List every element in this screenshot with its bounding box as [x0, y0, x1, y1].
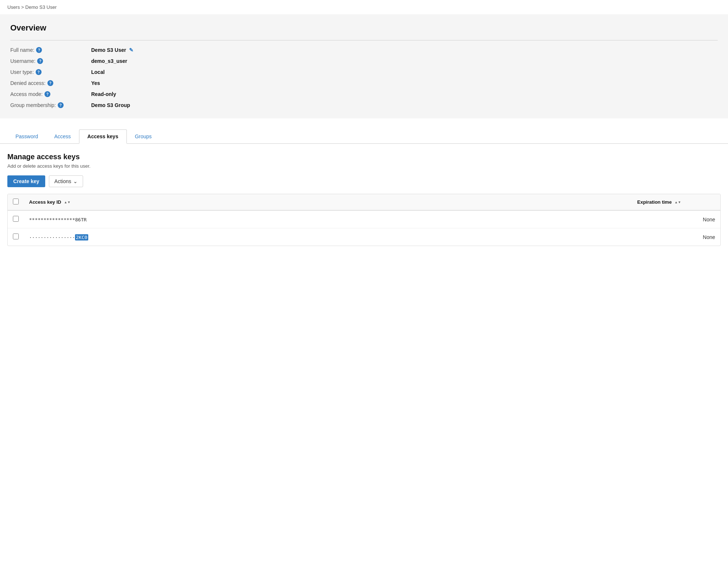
access-key-id-sort-icon[interactable]: ▲▼: [64, 201, 71, 204]
actions-button[interactable]: Actions ⌄: [49, 175, 83, 187]
access-keys-table: Access key ID ▲▼ Expiration time ▲▼ ****…: [8, 194, 720, 246]
overview-title: Overview: [10, 23, 718, 33]
table-row: ****************86TR None: [8, 210, 720, 228]
user-type-label: User type: ?: [10, 69, 91, 75]
row2-expiration-cell: None: [632, 228, 720, 246]
group-membership-help-icon[interactable]: ?: [58, 102, 64, 108]
actions-chevron-icon: ⌄: [73, 178, 78, 184]
full-name-edit-icon[interactable]: ✎: [129, 47, 133, 53]
row2-key-id-highlighted: 2KC0: [75, 234, 88, 240]
user-type-help-icon[interactable]: ?: [36, 69, 42, 75]
overview-grid: Full name: ? Demo S3 User ✎ Username: ? …: [10, 47, 304, 108]
user-type-value: Local: [91, 69, 304, 75]
header-expiration-time: Expiration time ▲▼: [632, 194, 720, 210]
denied-access-value: Yes: [91, 80, 304, 86]
table-header-row: Access key ID ▲▼ Expiration time ▲▼: [8, 194, 720, 210]
row2-key-id-cell: ················2KC0: [24, 228, 632, 246]
access-mode-label: Access mode: ?: [10, 91, 91, 97]
header-access-key-id: Access key ID ▲▼: [24, 194, 632, 210]
tab-access[interactable]: Access: [46, 129, 79, 144]
select-all-checkbox[interactable]: [13, 199, 19, 204]
breadcrumb: Users > Demo S3 User: [0, 0, 728, 14]
access-mode-help-icon[interactable]: ?: [44, 91, 50, 97]
username-label: Username: ?: [10, 58, 91, 64]
manage-subtitle: Add or delete access keys for this user.: [7, 163, 721, 169]
tabs-list: Password Access Access keys Groups: [0, 129, 728, 143]
username-help-icon[interactable]: ?: [37, 58, 43, 64]
row1-key-id-value: ****************86TR: [29, 217, 87, 222]
full-name-help-icon[interactable]: ?: [36, 47, 42, 53]
tab-groups[interactable]: Groups: [127, 129, 160, 144]
content-area: Manage access keys Add or delete access …: [0, 144, 728, 255]
header-checkbox-col: [8, 194, 24, 210]
group-membership-label: Group membership: ?: [10, 102, 91, 108]
expiration-time-sort-icon[interactable]: ▲▼: [675, 201, 681, 204]
row1-key-id-cell: ****************86TR: [24, 210, 632, 228]
denied-access-label: Denied access: ?: [10, 80, 91, 86]
tabs-container: Password Access Access keys Groups: [0, 118, 728, 144]
row1-checkbox[interactable]: [13, 216, 19, 222]
row1-checkbox-cell: [8, 210, 24, 228]
full-name-label: Full name: ?: [10, 47, 91, 53]
tab-password[interactable]: Password: [7, 129, 46, 144]
tab-access-keys[interactable]: Access keys: [79, 129, 127, 144]
table-row: ················2KC0 None: [8, 228, 720, 246]
create-key-button[interactable]: Create key: [7, 175, 45, 187]
access-keys-table-wrapper: Access key ID ▲▼ Expiration time ▲▼ ****…: [7, 194, 721, 246]
overview-section: Overview Full name: ? Demo S3 User ✎ Use…: [0, 14, 728, 118]
row2-key-id-value: ················2KC0: [29, 234, 88, 240]
overview-divider: [10, 40, 718, 40]
group-membership-value: Demo S3 Group: [91, 102, 304, 108]
denied-access-help-icon[interactable]: ?: [47, 80, 53, 86]
row1-expiration-cell: None: [632, 210, 720, 228]
toolbar: Create key Actions ⌄: [7, 175, 721, 187]
manage-title: Manage access keys: [7, 153, 721, 161]
access-mode-value: Read-only: [91, 91, 304, 97]
full-name-value: Demo S3 User ✎: [91, 47, 304, 53]
row2-checkbox[interactable]: [13, 234, 19, 239]
username-value: demo_s3_user: [91, 58, 304, 64]
row2-checkbox-cell: [8, 228, 24, 246]
